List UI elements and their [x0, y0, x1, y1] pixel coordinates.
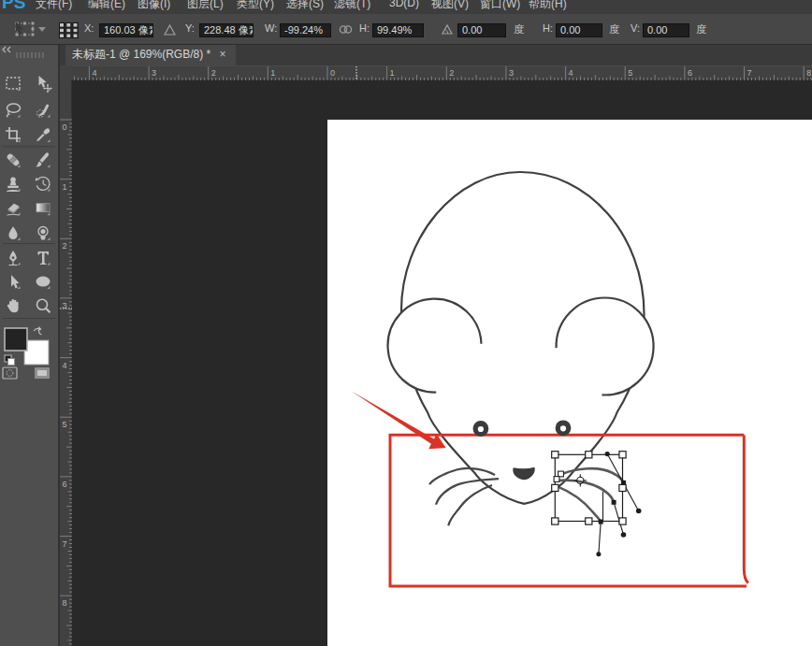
- svg-text:0: 0: [330, 68, 335, 78]
- svg-text:6: 6: [688, 68, 692, 78]
- svg-text:0: 0: [63, 122, 67, 132]
- svg-text:3: 3: [152, 68, 156, 78]
- svg-text:4: 4: [569, 68, 573, 78]
- svg-text:7: 7: [747, 68, 752, 78]
- svg-text:5: 5: [628, 68, 632, 78]
- svg-text:8: 8: [806, 68, 811, 78]
- svg-text:2: 2: [211, 68, 216, 78]
- svg-text:2: 2: [63, 241, 67, 251]
- svg-text:8: 8: [63, 598, 67, 608]
- svg-text:2: 2: [449, 68, 454, 78]
- svg-text:6: 6: [63, 480, 67, 489]
- svg-text:3: 3: [509, 68, 514, 78]
- svg-text:7: 7: [63, 539, 67, 549]
- svg-text:5: 5: [63, 420, 67, 429]
- svg-text:4: 4: [63, 361, 67, 370]
- svg-text:1: 1: [63, 182, 67, 192]
- svg-text:1: 1: [270, 68, 275, 78]
- svg-text:1: 1: [390, 68, 395, 78]
- svg-text:4: 4: [92, 68, 96, 78]
